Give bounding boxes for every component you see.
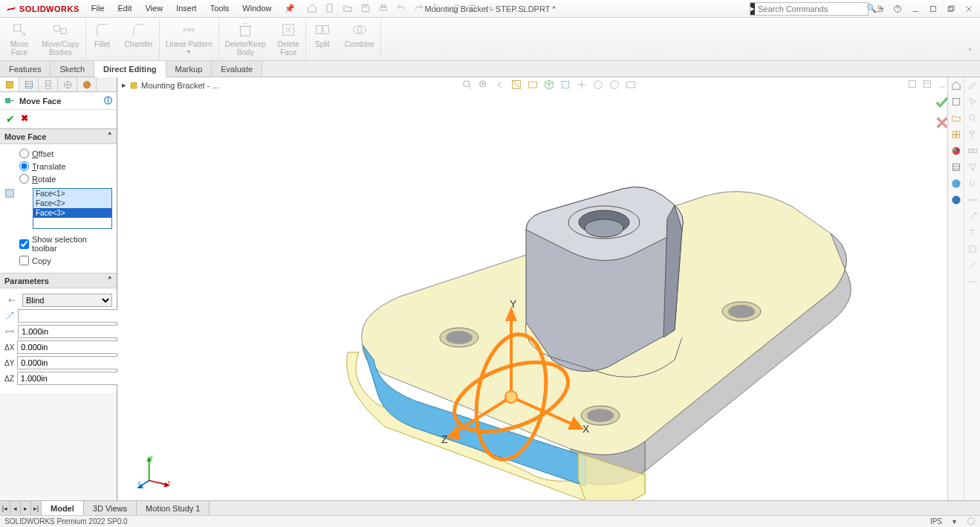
status-chevron-icon[interactable]: ▾: [953, 517, 956, 526]
redo-icon[interactable]: [414, 3, 424, 15]
face-item[interactable]: Face<1>: [33, 189, 111, 198]
chk-show-selection-toolbar[interactable]: Show selection toolbar: [4, 233, 112, 254]
status-units[interactable]: IPS: [930, 517, 942, 526]
edit-appearance-icon[interactable]: [592, 79, 604, 92]
lp-tab-dimxpert-icon[interactable]: [58, 77, 77, 91]
menu-edit[interactable]: Edit: [112, 1, 138, 16]
tp-forum-icon[interactable]: [948, 175, 964, 192]
tab-direct-editing[interactable]: Direct Editing: [94, 61, 166, 77]
rt-wave-icon[interactable]: [964, 274, 980, 290]
direction-ref-input[interactable]: [18, 309, 128, 323]
graphics-viewport[interactable]: ▸ Mounting Bracket - ...: [117, 77, 980, 500]
ribbon-split[interactable]: Split: [306, 19, 339, 59]
doc-window-layout-icon[interactable]: [907, 79, 918, 91]
view-orientation-icon[interactable]: [543, 79, 555, 92]
lp-tab-configuration-icon[interactable]: [39, 77, 58, 91]
ribbon-chamfer[interactable]: Chamfer: [119, 19, 159, 59]
tab-markup[interactable]: Markup: [166, 61, 212, 77]
rt-magnify-icon[interactable]: [964, 110, 980, 126]
radio-translate[interactable]: Translate: [4, 160, 112, 172]
rt-curve-icon[interactable]: [964, 257, 980, 274]
doc-window-minimize-icon[interactable]: [937, 79, 947, 91]
tp-design-library-icon[interactable]: [948, 94, 964, 110]
tp-file-explorer-icon[interactable]: [948, 110, 964, 126]
menu-tools[interactable]: Tools: [204, 1, 236, 16]
rt-edit-icon[interactable]: [964, 77, 980, 94]
previous-view-icon[interactable]: [494, 79, 506, 92]
rt-paint-icon[interactable]: [964, 126, 980, 143]
menu-pin-icon[interactable]: 📌: [279, 1, 301, 16]
rt-text-icon[interactable]: [964, 224, 980, 241]
close-button[interactable]: [962, 2, 976, 16]
distance-input[interactable]: [18, 325, 128, 338]
apply-scene-icon[interactable]: [609, 79, 620, 92]
restore-button[interactable]: [927, 2, 940, 16]
lp-tab-featuremanager-icon[interactable]: [19, 77, 39, 91]
open-icon[interactable]: [343, 3, 353, 15]
ribbon-linear-pattern[interactable]: Linear Pattern▾: [160, 19, 218, 59]
ribbon-combine[interactable]: Combine: [339, 19, 380, 59]
dx-input[interactable]: [17, 340, 127, 354]
reverse-direction-icon[interactable]: [4, 295, 19, 305]
radio-rotate[interactable]: Rotate: [4, 172, 112, 185]
menu-window[interactable]: Window: [236, 1, 277, 16]
face-item[interactable]: Face<3>: [33, 208, 111, 218]
status-rebuild-icon[interactable]: [967, 517, 976, 527]
rt-measure-icon[interactable]: [964, 143, 980, 159]
lp-tab-propertymanager-icon[interactable]: [0, 77, 19, 91]
ribbon-delete-keep-body[interactable]: Delete/KeepBody: [219, 19, 272, 59]
display-style-icon[interactable]: [559, 79, 571, 92]
tp-appearances-icon[interactable]: [948, 143, 964, 159]
tab-nav-first-icon[interactable]: |◂: [0, 501, 10, 515]
pm-cancel-button[interactable]: ✖: [21, 113, 28, 125]
tab-model[interactable]: Model: [42, 501, 84, 515]
direction-ref-icon[interactable]: [4, 311, 15, 321]
ribbon-delete-face[interactable]: DeleteFace: [272, 19, 305, 59]
undo-icon[interactable]: [396, 3, 406, 15]
tab-motion-study[interactable]: Motion Study 1: [137, 501, 210, 515]
view-settings-icon[interactable]: [625, 79, 637, 92]
tab-nav-last-icon[interactable]: ▸|: [31, 501, 42, 515]
face-item[interactable]: Face<2>: [33, 198, 111, 208]
tp-custom-props-icon[interactable]: [948, 159, 964, 175]
doc-window-new-icon[interactable]: [922, 79, 932, 91]
rt-box-icon[interactable]: [964, 241, 980, 257]
rt-select-icon[interactable]: [964, 94, 980, 110]
menu-insert[interactable]: Insert: [170, 1, 203, 16]
lp-tab-overflow-icon[interactable]: [97, 77, 117, 91]
tp-home-icon[interactable]: [948, 77, 964, 94]
home-icon[interactable]: [307, 3, 317, 15]
end-condition-select[interactable]: Blind: [22, 294, 112, 307]
new-icon[interactable]: [325, 3, 335, 15]
pm-group-parameters[interactable]: Parameters˄: [0, 273, 117, 288]
tp-cloud-icon[interactable]: [948, 192, 964, 208]
menu-view[interactable]: View: [139, 1, 169, 16]
pm-help-icon[interactable]: ⓘ: [104, 95, 112, 106]
tab-3d-views[interactable]: 3D Views: [84, 501, 137, 515]
menu-file[interactable]: File: [85, 1, 111, 16]
ribbon-move-copy-bodies[interactable]: Move/CopyBodies: [36, 19, 85, 59]
zoom-area-icon[interactable]: [478, 79, 490, 92]
minimize-button[interactable]: [909, 2, 922, 16]
ribbon-collapse-icon[interactable]: ˄: [964, 46, 977, 59]
chk-copy[interactable]: Copy: [4, 254, 112, 267]
ribbon-fillet[interactable]: Fillet: [86, 19, 119, 59]
zoom-fit-icon[interactable]: [461, 79, 473, 92]
dy-input[interactable]: [17, 356, 127, 369]
pm-ok-button[interactable]: ✔: [6, 113, 15, 125]
lp-tab-display-icon[interactable]: [77, 77, 97, 91]
dynamic-annotation-icon[interactable]: [527, 79, 539, 92]
print-icon[interactable]: [378, 3, 389, 15]
command-search[interactable]: ▸ 🔍 ▾: [750, 2, 869, 16]
tab-nav-prev-icon[interactable]: ◂: [10, 501, 21, 515]
radio-offset[interactable]: Offset: [4, 147, 112, 160]
rt-snap-icon[interactable]: [964, 175, 980, 192]
dz-input[interactable]: [17, 372, 127, 385]
help-icon[interactable]: [891, 2, 904, 16]
maximize-button[interactable]: [944, 2, 958, 16]
tp-view-palette-icon[interactable]: [948, 126, 964, 143]
user-icon[interactable]: [873, 2, 886, 16]
face-selection-list[interactable]: Face<1> Face<2> Face<3>: [33, 188, 112, 229]
pm-group-move-face[interactable]: Move Face˄: [0, 129, 117, 144]
rt-filter-icon[interactable]: [964, 159, 980, 175]
